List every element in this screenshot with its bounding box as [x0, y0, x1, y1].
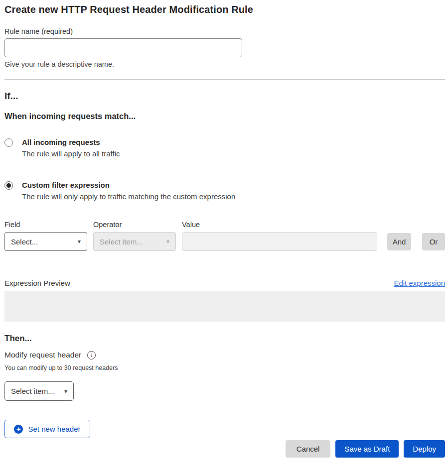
match-subheading: When incoming requests match... [4, 112, 445, 121]
page-title: Create new HTTP Request Header Modificat… [4, 4, 445, 15]
and-button[interactable]: And [387, 233, 411, 250]
radio-label-all-requests[interactable]: All incoming requests [22, 138, 120, 146]
radio-label-custom-filter[interactable]: Custom filter expression [22, 181, 235, 189]
radio-dot [6, 183, 11, 188]
header-action-select[interactable]: Select item... ▾ [4, 381, 74, 401]
field-select-value: Select... [11, 238, 38, 246]
rule-name-label: Rule name (required) [4, 27, 445, 35]
plus-icon: + [14, 425, 23, 434]
then-heading: Then... [4, 334, 445, 344]
deploy-button[interactable]: Deploy [404, 440, 445, 458]
operator-select-value: Select item... [100, 238, 143, 246]
expression-preview-row: Expression Preview Edit expression [4, 279, 445, 287]
section-divider [4, 79, 445, 80]
rule-name-helper: Give your rule a descriptive name. [4, 60, 445, 68]
modify-header-helper: You can modify up to 30 request headers [4, 364, 445, 371]
header-action-select-value: Select item... [11, 387, 54, 395]
or-button[interactable]: Or [422, 233, 445, 250]
value-input [182, 232, 377, 251]
field-label: Field [4, 221, 87, 229]
chevron-down-icon: ▾ [78, 238, 81, 245]
save-as-draft-button[interactable]: Save as Draft [335, 440, 399, 458]
radio-option-custom-filter[interactable]: Custom filter expression The rule will o… [4, 181, 445, 201]
if-heading: If... [4, 91, 445, 102]
radio-button-selected[interactable] [4, 181, 13, 190]
value-label: Value [182, 221, 377, 229]
edit-expression-link[interactable]: Edit expression [394, 279, 445, 287]
cancel-button[interactable]: Cancel [286, 440, 331, 458]
radio-desc-all-requests: The rule will apply to all traffic [22, 149, 120, 158]
radio-desc-custom-filter: The rule will only apply to traffic matc… [22, 192, 235, 201]
modify-header-label: Modify request header [4, 351, 81, 359]
field-select[interactable]: Select... ▾ [4, 232, 87, 251]
footer-actions: Cancel Save as Draft Deploy [4, 440, 445, 458]
info-icon[interactable]: i [87, 351, 96, 359]
operator-select: Select item... ▾ [93, 232, 176, 251]
chevron-down-icon: ▾ [166, 238, 169, 245]
expression-preview-label: Expression Preview [4, 279, 70, 287]
set-new-header-label: Set new header [28, 425, 80, 433]
expression-preview-box [4, 291, 445, 322]
radio-button-unselected[interactable] [4, 138, 13, 147]
set-new-header-button[interactable]: + Set new header [4, 420, 90, 438]
filter-expression-row: Field Select... ▾ Operator Select item..… [4, 221, 445, 251]
create-rule-page: Create new HTTP Request Header Modificat… [0, 0, 448, 467]
radio-option-all-requests[interactable]: All incoming requests The rule will appl… [4, 138, 445, 158]
rule-name-input[interactable] [4, 38, 242, 57]
operator-label: Operator [93, 221, 176, 229]
chevron-down-icon: ▾ [64, 388, 67, 395]
